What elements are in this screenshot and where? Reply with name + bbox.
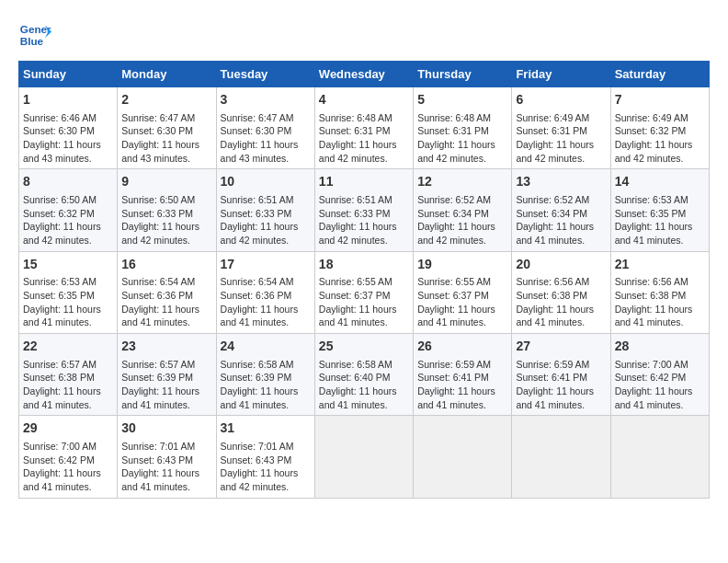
day-info: Sunrise: 6:53 AM Sunset: 6:35 PM Dayligh…: [23, 275, 113, 329]
day-info: Sunrise: 6:59 AM Sunset: 6:41 PM Dayligh…: [417, 358, 507, 412]
day-info: Sunrise: 6:54 AM Sunset: 6:36 PM Dayligh…: [121, 275, 211, 329]
calendar-day: 8 Sunrise: 6:50 AM Sunset: 6:32 PM Dayli…: [19, 169, 118, 251]
day-info: Sunrise: 6:54 AM Sunset: 6:36 PM Dayligh…: [221, 275, 311, 329]
day-info: Sunrise: 7:01 AM Sunset: 6:43 PM Dayligh…: [121, 440, 211, 494]
day-number: 21: [615, 256, 705, 274]
day-info: Sunrise: 6:49 AM Sunset: 6:32 PM Dayligh…: [615, 111, 705, 166]
header-friday: Friday: [512, 62, 610, 87]
day-number: 12: [417, 173, 507, 191]
day-number: 31: [221, 419, 311, 438]
day-number: 1: [23, 91, 113, 109]
calendar-week-4: 22 Sunrise: 6:57 AM Sunset: 6:38 PM Dayl…: [19, 334, 710, 416]
day-number: 13: [516, 173, 606, 191]
calendar-day: 27 Sunrise: 6:59 AM Sunset: 6:41 PM Dayl…: [512, 334, 610, 416]
calendar-day: 4 Sunrise: 6:48 AM Sunset: 6:31 PM Dayli…: [314, 87, 413, 169]
calendar-header-row: SundayMondayTuesdayWednesdayThursdayFrid…: [19, 62, 710, 87]
day-info: Sunrise: 6:46 AM Sunset: 6:30 PM Dayligh…: [23, 111, 113, 166]
day-info: Sunrise: 7:00 AM Sunset: 6:42 PM Dayligh…: [615, 358, 705, 412]
calendar-day: 28 Sunrise: 7:00 AM Sunset: 6:42 PM Dayl…: [610, 334, 709, 416]
day-number: 16: [121, 256, 211, 274]
day-info: Sunrise: 6:53 AM Sunset: 6:35 PM Dayligh…: [615, 193, 705, 247]
calendar-day: 23 Sunrise: 6:57 AM Sunset: 6:39 PM Dayl…: [118, 334, 216, 416]
day-info: Sunrise: 6:50 AM Sunset: 6:32 PM Dayligh…: [23, 193, 113, 247]
day-info: Sunrise: 6:59 AM Sunset: 6:41 PM Dayligh…: [516, 358, 606, 412]
day-number: 4: [319, 91, 409, 109]
day-number: 10: [221, 173, 311, 191]
day-number: 25: [319, 338, 409, 356]
day-info: Sunrise: 6:55 AM Sunset: 6:37 PM Dayligh…: [319, 275, 409, 329]
calendar-day: 29 Sunrise: 7:00 AM Sunset: 6:42 PM Dayl…: [19, 416, 118, 498]
logo: General Blue: [18, 18, 55, 52]
day-info: Sunrise: 6:56 AM Sunset: 6:38 PM Dayligh…: [516, 275, 606, 329]
day-info: Sunrise: 6:47 AM Sunset: 6:30 PM Dayligh…: [121, 111, 211, 166]
day-number: 30: [121, 419, 211, 438]
calendar-day: 24 Sunrise: 6:58 AM Sunset: 6:39 PM Dayl…: [216, 334, 314, 416]
calendar-day: 9 Sunrise: 6:50 AM Sunset: 6:33 PM Dayli…: [118, 169, 216, 251]
day-info: Sunrise: 6:51 AM Sunset: 6:33 PM Dayligh…: [221, 193, 311, 247]
calendar-day: 26 Sunrise: 6:59 AM Sunset: 6:41 PM Dayl…: [414, 334, 512, 416]
header-wednesday: Wednesday: [314, 62, 413, 87]
calendar-day: 12 Sunrise: 6:52 AM Sunset: 6:34 PM Dayl…: [414, 169, 512, 251]
day-number: 3: [221, 91, 311, 109]
calendar-week-2: 8 Sunrise: 6:50 AM Sunset: 6:32 PM Dayli…: [19, 169, 710, 251]
day-number: 29: [23, 419, 113, 438]
calendar-day: 16 Sunrise: 6:54 AM Sunset: 6:36 PM Dayl…: [118, 251, 216, 333]
day-info: Sunrise: 6:58 AM Sunset: 6:40 PM Dayligh…: [319, 358, 409, 412]
day-number: 11: [319, 173, 409, 191]
day-number: 20: [516, 256, 606, 274]
day-info: Sunrise: 6:49 AM Sunset: 6:31 PM Dayligh…: [516, 111, 606, 166]
day-info: Sunrise: 6:48 AM Sunset: 6:31 PM Dayligh…: [319, 111, 409, 166]
calendar-day: [512, 416, 610, 498]
calendar-day: 11 Sunrise: 6:51 AM Sunset: 6:33 PM Dayl…: [314, 169, 413, 251]
calendar-week-5: 29 Sunrise: 7:00 AM Sunset: 6:42 PM Dayl…: [19, 416, 710, 498]
day-number: 17: [221, 256, 311, 274]
calendar-day: [314, 416, 413, 498]
day-info: Sunrise: 7:00 AM Sunset: 6:42 PM Dayligh…: [23, 440, 113, 494]
day-info: Sunrise: 6:48 AM Sunset: 6:31 PM Dayligh…: [417, 111, 507, 166]
day-number: 8: [23, 173, 113, 191]
calendar-day: 20 Sunrise: 6:56 AM Sunset: 6:38 PM Dayl…: [512, 251, 610, 333]
day-info: Sunrise: 6:57 AM Sunset: 6:38 PM Dayligh…: [23, 358, 113, 412]
calendar-day: 5 Sunrise: 6:48 AM Sunset: 6:31 PM Dayli…: [414, 87, 512, 169]
day-info: Sunrise: 6:57 AM Sunset: 6:39 PM Dayligh…: [121, 358, 211, 412]
svg-text:General: General: [20, 23, 51, 35]
calendar-day: 2 Sunrise: 6:47 AM Sunset: 6:30 PM Dayli…: [118, 87, 216, 169]
day-number: 26: [417, 338, 507, 356]
svg-text:Blue: Blue: [20, 35, 44, 47]
day-info: Sunrise: 6:58 AM Sunset: 6:39 PM Dayligh…: [221, 358, 311, 412]
calendar-day: 22 Sunrise: 6:57 AM Sunset: 6:38 PM Dayl…: [19, 334, 118, 416]
day-number: 23: [121, 338, 211, 356]
header-sunday: Sunday: [19, 62, 118, 87]
day-number: 7: [615, 91, 705, 109]
day-number: 19: [417, 256, 507, 274]
logo-icon: General Blue: [18, 18, 51, 52]
calendar-day: 3 Sunrise: 6:47 AM Sunset: 6:30 PM Dayli…: [216, 87, 314, 169]
page-header: General Blue: [18, 18, 710, 52]
header-tuesday: Tuesday: [216, 62, 314, 87]
day-number: 18: [319, 256, 409, 274]
calendar-day: 19 Sunrise: 6:55 AM Sunset: 6:37 PM Dayl…: [414, 251, 512, 333]
calendar-week-3: 15 Sunrise: 6:53 AM Sunset: 6:35 PM Dayl…: [19, 251, 710, 333]
calendar-week-1: 1 Sunrise: 6:46 AM Sunset: 6:30 PM Dayli…: [19, 87, 710, 169]
calendar-day: 31 Sunrise: 7:01 AM Sunset: 6:43 PM Dayl…: [216, 416, 314, 498]
day-number: 22: [23, 338, 113, 356]
day-info: Sunrise: 7:01 AM Sunset: 6:43 PM Dayligh…: [221, 440, 311, 494]
day-number: 28: [615, 338, 705, 356]
calendar-day: 14 Sunrise: 6:53 AM Sunset: 6:35 PM Dayl…: [610, 169, 709, 251]
day-info: Sunrise: 6:52 AM Sunset: 6:34 PM Dayligh…: [417, 193, 507, 247]
header-monday: Monday: [118, 62, 216, 87]
day-number: 24: [221, 338, 311, 356]
calendar-day: [414, 416, 512, 498]
day-info: Sunrise: 6:47 AM Sunset: 6:30 PM Dayligh…: [221, 111, 311, 166]
day-number: 2: [121, 91, 211, 109]
header-thursday: Thursday: [414, 62, 512, 87]
day-info: Sunrise: 6:52 AM Sunset: 6:34 PM Dayligh…: [516, 193, 606, 247]
day-number: 9: [121, 173, 211, 191]
calendar-day: 13 Sunrise: 6:52 AM Sunset: 6:34 PM Dayl…: [512, 169, 610, 251]
calendar-day: 6 Sunrise: 6:49 AM Sunset: 6:31 PM Dayli…: [512, 87, 610, 169]
calendar-day: 30 Sunrise: 7:01 AM Sunset: 6:43 PM Dayl…: [118, 416, 216, 498]
day-info: Sunrise: 6:50 AM Sunset: 6:33 PM Dayligh…: [121, 193, 211, 247]
day-info: Sunrise: 6:55 AM Sunset: 6:37 PM Dayligh…: [417, 275, 507, 329]
calendar-day: 21 Sunrise: 6:56 AM Sunset: 6:38 PM Dayl…: [610, 251, 709, 333]
calendar-day: 15 Sunrise: 6:53 AM Sunset: 6:35 PM Dayl…: [19, 251, 118, 333]
